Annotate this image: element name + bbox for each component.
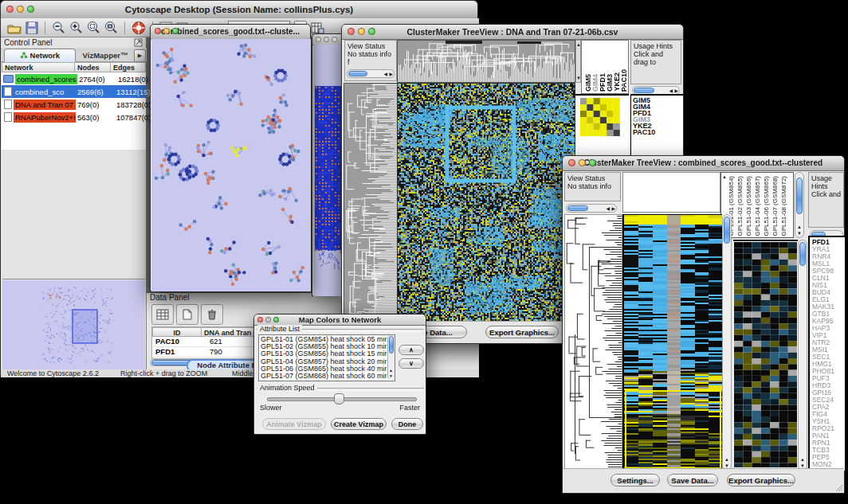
status-welcome: Welcome to Cytoscape 2.6.2 — [7, 369, 99, 377]
view-status-hscrollbar[interactable]: ◀ ▶ — [347, 69, 395, 78]
zoom-button[interactable] — [172, 28, 179, 34]
scroll-up-arrow[interactable]: ▲ — [797, 225, 802, 229]
attribute-browser-icon[interactable] — [311, 21, 324, 34]
scroll-left-arrow[interactable]: ◀ — [383, 72, 387, 76]
help-lifering-icon[interactable] — [132, 21, 146, 35]
close-button[interactable] — [347, 28, 355, 35]
attribute-list-item[interactable]: GPL51-02 (GSM855) heat shock 10 min — [261, 343, 387, 350]
header-network[interactable]: Network — [2, 62, 75, 72]
attribute-grid-icon — [156, 309, 169, 320]
minimize-button[interactable] — [579, 159, 586, 166]
close-button[interactable] — [6, 6, 14, 13]
minimize-button[interactable] — [17, 6, 24, 13]
dialog-titlebar[interactable]: Map Colors to Network — [254, 315, 426, 326]
column-label: GPL51-07 (GSM868) — [771, 176, 779, 236]
column-dendrogram-area[interactable] — [622, 172, 720, 213]
scroll-up-arrow[interactable]: ▲ — [722, 174, 727, 179]
zoom-out-icon[interactable] — [52, 21, 65, 34]
attribute-list-item[interactable]: GPL51-07 (GSM868) heat shock 60 min — [261, 373, 387, 380]
gene-list-panel[interactable]: PFD1YRA1RNR4MSL1SPC98CLN1NIS1BUD4ELG1MAK… — [808, 236, 845, 471]
network-canvas[interactable] — [151, 39, 311, 291]
correlation-matrix-canvas[interactable] — [580, 98, 620, 136]
scroll-right-arrow[interactable]: ▶ — [674, 88, 678, 93]
export-graphics-button[interactable]: Export Graphics... — [485, 326, 559, 338]
treeview-dna-titlebar[interactable]: ClusterMaker TreeView : DNA and Tran 07-… — [342, 25, 683, 40]
heatmap-vscrollbar[interactable]: ▲ ▼ — [722, 214, 732, 471]
tab-vizmapper[interactable]: VizMapper™ — [77, 49, 134, 61]
resize-grip[interactable] — [835, 484, 843, 492]
settings-button[interactable]: Settings... — [610, 474, 660, 486]
save-icon[interactable] — [26, 21, 38, 34]
network-list-row[interactable]: combined_sco2569(6)13112(15) — [2, 85, 146, 98]
scroll-up-arrow[interactable]: ▲ — [724, 457, 729, 462]
minimize-button[interactable] — [324, 37, 329, 42]
scroll-right-arrow[interactable]: ▶ — [611, 206, 615, 211]
row-dendrogram-canvas[interactable] — [344, 83, 398, 325]
zoom-heatmap-panel[interactable] — [733, 240, 798, 471]
save-data-button[interactable]: Save Data... — [667, 474, 718, 486]
close-button[interactable] — [155, 28, 161, 34]
attribute-list-item[interactable]: GPL51-03 (GSM856) heat shock 15 min — [261, 350, 387, 357]
network-list-row[interactable]: RNAPuberNov2+!563(0)107847(0) — [2, 111, 146, 123]
zoom-button[interactable] — [273, 317, 279, 322]
column-labels-panel[interactable]: GIM5GIM4PFD1GIM3YKE2PAC10 — [581, 40, 629, 94]
column-dendrogram-canvas[interactable] — [397, 40, 575, 83]
scroll-left-arrow[interactable]: ◀ — [669, 88, 673, 93]
delete-attribute-button[interactable] — [201, 304, 223, 325]
main-heatmap-canvas[interactable] — [622, 214, 722, 471]
create-vizmap-button[interactable]: Create Vizmap — [331, 418, 387, 430]
treeview-combined-titlebar[interactable]: ClusterMaker TreeView : combined_scores_… — [563, 156, 844, 171]
zoom-vscrollbar[interactable]: ▲ ▼ — [798, 240, 807, 471]
main-titlebar[interactable]: Cytoscape Desktop (Session Name: collins… — [1, 1, 477, 19]
dendro-scroll-strip[interactable]: ▲ ▼ — [575, 40, 581, 83]
labels-vscrollbar[interactable]: ▲ ▼ — [795, 172, 804, 238]
scroll-down-arrow[interactable]: ▼ — [389, 373, 393, 378]
network-overview-canvas[interactable] — [2, 280, 145, 369]
zoom-fit-icon[interactable] — [104, 21, 118, 34]
float-panel-icon[interactable] — [134, 38, 143, 47]
network-list-row[interactable]: combined_scores2764(0)16218(0) — [2, 72, 146, 85]
select-attributes-button[interactable] — [151, 304, 174, 325]
zoom-button[interactable] — [589, 159, 596, 166]
attribute-list-item[interactable]: GPL51-04 (GSM857) heat shock 20 min — [261, 358, 387, 365]
open-file-icon[interactable] — [7, 21, 22, 34]
close-button[interactable] — [316, 37, 321, 42]
attribute-list[interactable]: GPL51-01 (GSM854) heat shock 05 minGPL51… — [258, 334, 395, 381]
export-graphics-button[interactable]: Export Graphics... — [727, 474, 795, 486]
view-status-hscrollbar[interactable]: ◀ ▶ — [566, 204, 617, 213]
scroll-left-arrow[interactable]: ◀ — [606, 206, 610, 211]
attribute-list-item[interactable]: GPL51-06 (GSM865) heat shock 40 min — [261, 365, 387, 373]
create-attribute-button[interactable] — [176, 304, 198, 325]
minimize-button[interactable] — [163, 28, 170, 34]
dense-cluster-canvas[interactable] — [313, 45, 345, 296]
scroll-right-arrow[interactable]: ▶ — [389, 72, 393, 76]
tab-overflow-button[interactable]: ▶ — [134, 49, 146, 62]
attribute-list-item[interactable]: GPL51-01 (GSM854) heat shock 05 min — [261, 336, 387, 343]
id-column-header[interactable]: ID — [152, 327, 202, 337]
move-down-button[interactable]: ∨ — [398, 358, 424, 369]
close-button[interactable] — [568, 159, 575, 166]
zoom-in-icon[interactable] — [69, 21, 83, 34]
done-button[interactable]: Done — [391, 418, 423, 430]
animate-vizmap-button[interactable]: Animate Vizmap — [262, 418, 326, 430]
header-edges[interactable]: Edges — [110, 62, 146, 72]
tab-network[interactable]: Network — [4, 49, 76, 62]
close-button[interactable] — [257, 317, 263, 322]
zoom-heatmap-canvas[interactable] — [734, 242, 797, 467]
zoom-button[interactable] — [332, 37, 337, 42]
zoom-button[interactable] — [27, 6, 34, 13]
animation-speed-slider-thumb[interactable] — [334, 393, 344, 404]
header-nodes[interactable]: Nodes — [74, 62, 111, 72]
zoom-button[interactable] — [368, 28, 375, 35]
network-list-row[interactable]: DNA and Tran 07769(0)183728(0) — [2, 98, 146, 111]
minimize-button[interactable] — [265, 317, 271, 322]
zoom-selected-icon[interactable] — [87, 21, 100, 34]
scroll-down-arrow[interactable]: ▼ — [797, 231, 802, 236]
row-dendrogram-canvas[interactable] — [564, 214, 622, 472]
attribute-list-vscrollbar[interactable]: ▲ ▼ — [387, 335, 395, 379]
main-heatmap-canvas[interactable] — [397, 83, 575, 325]
scroll-up-arrow[interactable]: ▲ — [800, 457, 805, 462]
minimize-button[interactable] — [358, 28, 365, 35]
move-up-button[interactable]: ∧ — [398, 345, 424, 355]
scroll-up-arrow[interactable]: ▲ — [389, 368, 393, 373]
